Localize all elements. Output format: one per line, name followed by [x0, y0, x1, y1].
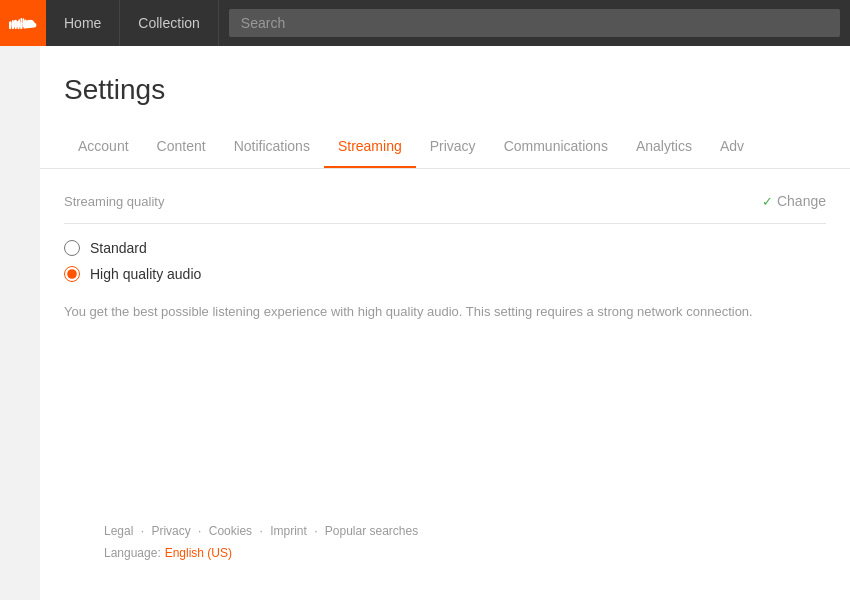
- svg-rect-2: [12, 21, 14, 29]
- settings-title: Settings: [40, 46, 850, 126]
- sidebar-strip: [0, 46, 40, 600]
- content-area: Settings Account Content Notifications S…: [40, 46, 850, 600]
- radio-options: Standard High quality audio: [64, 240, 826, 282]
- high-quality-label: High quality audio: [90, 266, 201, 282]
- legal-link[interactable]: Legal: [104, 524, 133, 538]
- tab-adv[interactable]: Adv: [706, 126, 758, 169]
- change-link[interactable]: ✓Change: [762, 193, 826, 209]
- svg-rect-4: [17, 21, 19, 29]
- separator-1: ·: [141, 524, 148, 538]
- checkmark-icon: ✓: [762, 194, 773, 209]
- language-value[interactable]: English (US): [165, 546, 232, 560]
- svg-rect-5: [20, 22, 22, 29]
- collection-nav-link[interactable]: Collection: [120, 0, 218, 46]
- section-title: Streaming quality: [64, 194, 164, 209]
- logo[interactable]: [0, 0, 46, 46]
- high-quality-radio[interactable]: [64, 266, 80, 282]
- popular-searches-link[interactable]: Popular searches: [325, 524, 418, 538]
- home-nav-link[interactable]: Home: [46, 0, 120, 46]
- tab-account[interactable]: Account: [64, 126, 143, 169]
- high-quality-option[interactable]: High quality audio: [64, 266, 826, 282]
- footer: Legal · Privacy · Cookies · Imprint · Po…: [104, 524, 850, 560]
- separator-2: ·: [198, 524, 205, 538]
- change-label[interactable]: Change: [777, 193, 826, 209]
- section-header: Streaming quality ✓Change: [64, 193, 826, 224]
- privacy-link[interactable]: Privacy: [151, 524, 190, 538]
- separator-4: ·: [314, 524, 321, 538]
- tab-streaming[interactable]: Streaming: [324, 126, 416, 169]
- imprint-link[interactable]: Imprint: [270, 524, 307, 538]
- language-row: Language: English (US): [104, 544, 850, 560]
- tab-analytics[interactable]: Analytics: [622, 126, 706, 169]
- svg-rect-1: [9, 23, 11, 29]
- footer-links: Legal · Privacy · Cookies · Imprint · Po…: [104, 524, 850, 538]
- page-wrapper: Settings Account Content Notifications S…: [0, 46, 850, 600]
- settings-tabs: Account Content Notifications Streaming …: [40, 126, 850, 169]
- tab-content[interactable]: Content: [143, 126, 220, 169]
- standard-option[interactable]: Standard: [64, 240, 826, 256]
- streaming-settings-content: Streaming quality ✓Change Standard High …: [40, 169, 850, 376]
- tab-communications[interactable]: Communications: [490, 126, 622, 169]
- tab-privacy[interactable]: Privacy: [416, 126, 490, 169]
- separator-3: ·: [259, 524, 266, 538]
- search-area: [219, 9, 850, 37]
- top-navigation: Home Collection: [0, 0, 850, 46]
- tab-notifications[interactable]: Notifications: [220, 126, 324, 169]
- nav-links: Home Collection: [46, 0, 219, 46]
- standard-label: Standard: [90, 240, 147, 256]
- soundcloud-icon: [9, 14, 37, 32]
- main-content: Settings Account Content Notifications S…: [0, 46, 850, 600]
- search-input[interactable]: [229, 9, 840, 37]
- language-label: Language:: [104, 546, 161, 560]
- standard-radio[interactable]: [64, 240, 80, 256]
- svg-rect-3: [15, 20, 17, 30]
- cookies-link[interactable]: Cookies: [209, 524, 252, 538]
- streaming-description: You get the best possible listening expe…: [64, 302, 784, 322]
